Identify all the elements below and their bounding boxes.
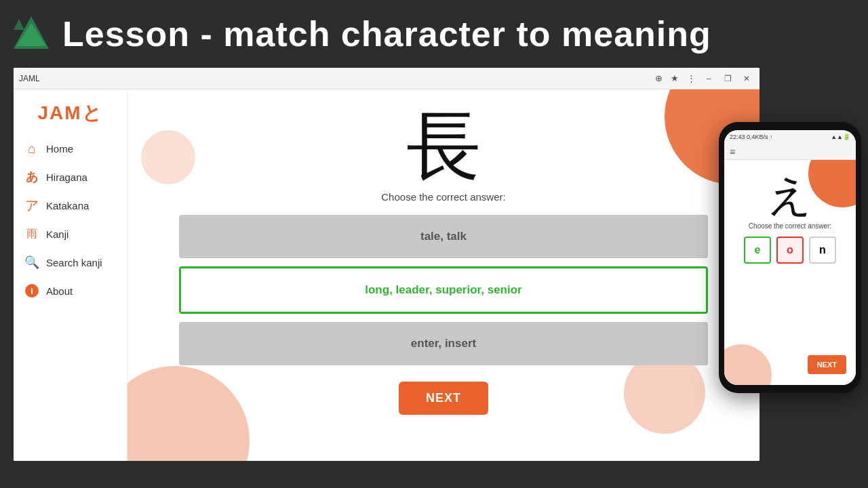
sidebar-label-katakana: Katakana xyxy=(46,200,89,211)
sidebar-label-hiragana: Hiragana xyxy=(46,171,87,183)
lesson-area: 長 Choose the correct answer: tale, talk … xyxy=(127,89,760,461)
translate-icon[interactable]: ⊕ xyxy=(652,73,665,85)
svg-marker-2 xyxy=(14,19,24,30)
logo-triangle-icon xyxy=(11,14,52,54)
phone-status-bar: 22:43 0.4KB/s ↑ ▲▲🔋 xyxy=(724,130,856,144)
app-body: JAMと ⌂ Home あ Hiragana ア Katakana xyxy=(14,89,760,461)
phone-answers: e o n xyxy=(744,237,836,264)
phone-status-right: ▲▲🔋 xyxy=(831,134,850,140)
minimize-button[interactable]: – xyxy=(701,71,716,86)
phone-bg-circle-tr xyxy=(808,160,856,207)
bg-decor-circle-mid xyxy=(141,130,195,184)
phone-nav-bar: ≡ xyxy=(724,144,856,160)
phone-hamburger-icon[interactable]: ≡ xyxy=(730,146,735,157)
menu-icon[interactable]: ⋮ xyxy=(685,73,697,85)
lesson-prompt: Choose the correct answer: xyxy=(381,191,505,203)
phone-main: え Choose the correct answer: e o n NEXT xyxy=(724,160,856,385)
answer-button-1[interactable]: tale, talk xyxy=(179,215,708,258)
next-button[interactable]: NEXT xyxy=(399,382,488,415)
sidebar-label-home: Home xyxy=(46,143,73,155)
sidebar-item-katakana[interactable]: ア Katakana xyxy=(14,191,127,220)
phone-answer-o[interactable]: o xyxy=(776,237,804,264)
phone-screen: 22:43 0.4KB/s ↑ ▲▲🔋 ≡ え Choose the corre… xyxy=(724,130,856,385)
header-banner: Lesson - match character to meaning xyxy=(0,0,868,68)
phone-kana-character: え xyxy=(768,174,812,217)
sidebar-item-about[interactable]: i About xyxy=(14,277,127,305)
sidebar-item-search[interactable]: 🔍 Search kanji xyxy=(14,248,127,277)
sidebar-label-search: Search kanji xyxy=(46,257,102,268)
search-icon: 🔍 xyxy=(24,255,39,270)
sidebar-label-kanji: Kanji xyxy=(46,228,68,240)
sidebar-logo: JAMと xyxy=(14,95,127,134)
kanji-icon: 雨 xyxy=(24,226,39,241)
app-window: JAML ⊕ ★ ⋮ – ❐ ✕ JAMと ⌂ Home あ xyxy=(14,68,760,461)
home-icon: ⌂ xyxy=(24,141,39,156)
sidebar-label-about: About xyxy=(46,285,73,297)
hiragana-icon: あ xyxy=(24,169,39,184)
kanji-character: 長 xyxy=(406,108,481,183)
answer-button-3[interactable]: enter, insert xyxy=(179,322,708,365)
phone-prompt: Choose the correct answer: xyxy=(749,222,831,230)
title-bar: JAML ⊕ ★ ⋮ – ❐ ✕ xyxy=(14,68,760,89)
title-bar-controls: ⊕ ★ ⋮ – ❐ ✕ xyxy=(652,71,754,86)
phone-status-left: 22:43 0.4KB/s ↑ xyxy=(730,134,773,140)
header-title: Lesson - match character to meaning xyxy=(62,14,711,54)
phone-mockup: 22:43 0.4KB/s ↑ ▲▲🔋 ≡ え Choose the corre… xyxy=(719,122,861,393)
phone-answer-e[interactable]: e xyxy=(744,237,771,264)
sidebar-item-hiragana[interactable]: あ Hiragana xyxy=(14,163,127,191)
app-name-label: JAML xyxy=(19,74,40,83)
answer-button-2[interactable]: long, leader, superior, senior xyxy=(179,266,708,314)
close-button[interactable]: ✕ xyxy=(739,71,754,86)
star-icon[interactable]: ★ xyxy=(669,73,681,85)
maximize-button[interactable]: ❐ xyxy=(720,71,735,86)
title-bar-left: JAML xyxy=(19,74,40,83)
answers-container: tale, talk long, leader, superior, senio… xyxy=(179,215,708,365)
sidebar-item-home[interactable]: ⌂ Home xyxy=(14,134,127,163)
phone-bg-circle-bl xyxy=(724,344,772,385)
phone-next-button[interactable]: NEXT xyxy=(808,355,846,374)
sidebar-item-kanji[interactable]: 雨 Kanji xyxy=(14,220,127,248)
katakana-icon: ア xyxy=(24,198,39,213)
sidebar: JAMと ⌂ Home あ Hiragana ア Katakana xyxy=(14,89,127,461)
phone-answer-n[interactable]: n xyxy=(809,237,836,264)
bg-decor-circle-bl xyxy=(127,366,250,461)
about-icon: i xyxy=(24,283,39,298)
